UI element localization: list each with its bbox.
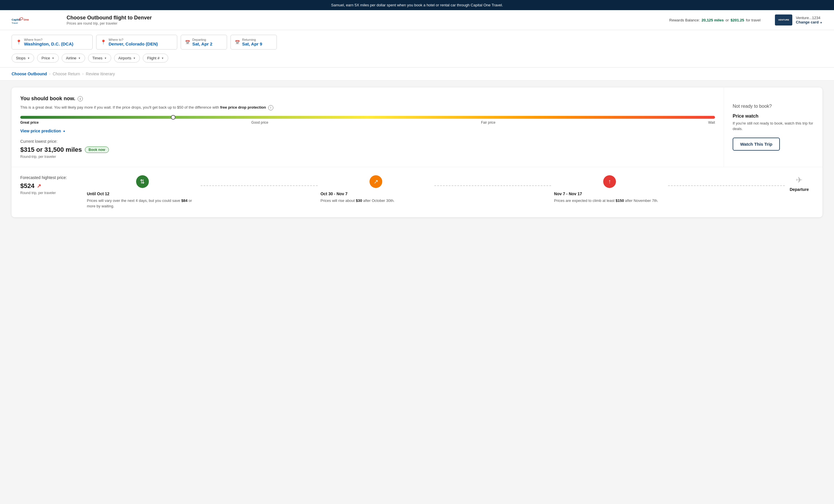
returning-label: Returning (242, 38, 262, 41)
price-watch-desc: If you're still not ready to book, watch… (733, 120, 814, 132)
timeline-desc-1: Prices will vary over the next 4 days, b… (87, 198, 198, 209)
label-fair: Fair price (481, 120, 496, 125)
header-title: Choose Outbound flight to Denver (67, 15, 661, 21)
timeline-icon-3: ↑ (603, 175, 616, 188)
timeline-content-2: Oct 30 - Nov 7 Prices will rise about $3… (318, 192, 434, 204)
not-ready-title: Not ready to book? (733, 104, 814, 109)
label-great: Great price (20, 120, 39, 125)
search-bar: 📍 Where from? Washington, D.C. (DCA) 📍 W… (0, 30, 834, 67)
timeline-icon-wrap-1: ⇅ (136, 175, 149, 188)
returning-value: Sat, Apr 9 (242, 41, 262, 46)
from-label: Where from? (24, 38, 73, 41)
top-banner: Samuel, earn 5X miles per dollar spent w… (0, 0, 834, 10)
rewards-miles: 20,125 miles (702, 18, 724, 22)
current-price-amount: $315 or 31,500 miles Book now (20, 146, 715, 154)
svg-text:One: One (23, 18, 29, 21)
label-good: Good price (251, 120, 268, 125)
forecasted-left: Forecasted hightest price: $524 ↗ Round … (20, 175, 84, 195)
timeline-desc-post-3: after November 7th. (624, 198, 659, 203)
timeline-icon-2: ↗ (370, 175, 382, 188)
current-price-sub: Round-trip, per traveler (20, 155, 715, 159)
returning-field[interactable]: 📅 Returning Sat, Apr 9 (231, 35, 277, 49)
dashed-line-2 (434, 185, 551, 186)
breadcrumb-outbound[interactable]: Choose Outbound (12, 71, 47, 76)
location-to-icon: 📍 (101, 39, 106, 45)
main-content: You should book now. i This is a great d… (0, 81, 834, 224)
card-image-inner: VENTURE (778, 19, 789, 21)
book-now-tag[interactable]: Book now (85, 147, 109, 153)
timeline-content-3: Nov 7 - Nov 17 Prices are expected to cl… (551, 192, 668, 204)
timeline-item-1: ⇅ Until Oct 12 Prices will vary over the… (84, 175, 201, 209)
price-card-right: Not ready to book? Price watch If you're… (724, 87, 822, 167)
location-from-icon: 📍 (16, 39, 22, 45)
filter-stops[interactable]: Stops (12, 53, 34, 63)
book-now-title-text: You should book now. (20, 95, 75, 102)
price-watch-title: Price watch (733, 113, 814, 119)
card-image: VENTURE (775, 15, 792, 25)
timeline-date-3: Nov 7 - Nov 17 (554, 192, 665, 196)
timeline-icon-wrap-3: ↑ (603, 175, 616, 188)
timeline-icon-wrap-2: ↗ (370, 175, 382, 188)
to-value: Denver, Colorado (DEN) (109, 41, 158, 46)
timeline-desc-pre-1: Prices will vary over the next 4 days, b… (87, 198, 181, 203)
from-field[interactable]: 📍 Where from? Washington, D.C. (DCA) (12, 35, 93, 49)
book-now-info-icon[interactable]: i (78, 96, 83, 102)
filter-flight-number[interactable]: Flight # (143, 53, 168, 63)
forecasted-section: Forecasted hightest price: $524 ↗ Round … (12, 167, 822, 217)
timeline-desc-pre-3: Prices are expected to climb at least (554, 198, 615, 203)
timeline-date-2: Oct 30 - Nov 7 (321, 192, 432, 196)
header-title-area: Choose Outbound flight to Denver Prices … (67, 15, 661, 25)
price-bar-labels: Great price Good price Fair price Wait (20, 120, 715, 125)
breadcrumb-sep1: › (49, 72, 50, 76)
current-price-section: Current lowest price: $315 or 31,500 mil… (20, 139, 715, 159)
timeline-icon-1: ⇅ (136, 175, 149, 188)
price-card-top: You should book now. i This is a great d… (12, 87, 822, 167)
price-up-arrow-icon: ↗ (37, 183, 41, 189)
forecasted-label: Forecasted hightest price: (20, 175, 78, 180)
protection-info-icon[interactable]: i (268, 105, 273, 110)
free-protection-text: free price drop protection (220, 105, 266, 109)
timeline-desc-post-2: after October 30th. (362, 198, 394, 203)
search-row: 📍 Where from? Washington, D.C. (DCA) 📍 W… (12, 35, 822, 49)
breadcrumb-review[interactable]: Review Itinerary (86, 71, 115, 76)
banner-text: Samuel, earn 5X miles per dollar spent w… (331, 3, 503, 7)
current-price-value: $315 or 31,500 miles (20, 146, 82, 154)
forecasted-sub: Round trip, per traveler (20, 191, 78, 195)
timeline-item-3: ↑ Nov 7 - Nov 17 Prices are expected to … (551, 175, 668, 204)
current-price-label: Current lowest price: (20, 139, 715, 144)
dashed-line-1 (201, 185, 317, 186)
departure-end: ✈ Departure (785, 175, 814, 192)
timeline-content-1: Until Oct 12 Prices will vary over the n… (84, 192, 201, 209)
rewards-area: Rewards Balance: 20,125 miles or $201.25… (669, 18, 761, 22)
timeline-item-2: ↗ Oct 30 - Nov 7 Prices will rise about … (318, 175, 434, 204)
to-field[interactable]: 📍 Where to? Denver, Colorado (DEN) (96, 35, 177, 49)
rewards-label-pre: Rewards Balance: (669, 18, 700, 22)
book-now-desc-text: This is a great deal. You will likely pa… (20, 105, 219, 109)
timeline-highlight-1: $84 (181, 198, 188, 203)
departure-plane-icon: ✈ (796, 175, 803, 185)
rewards-or: or (725, 18, 729, 22)
dashed-line-3 (668, 185, 785, 186)
card-name: Venture...1234 (796, 16, 822, 20)
label-wait: Wait (708, 120, 715, 125)
breadcrumb-sep2: › (82, 72, 83, 76)
view-price-prediction[interactable]: View price prediction (20, 129, 715, 133)
breadcrumb-return[interactable]: Choose Return (53, 71, 80, 76)
returning-content: Returning Sat, Apr 9 (242, 38, 262, 46)
departing-field[interactable]: 📅 Departing Sat, Apr 2 (181, 35, 227, 49)
rewards-label-post: for travel (746, 18, 761, 22)
timeline-desc-2: Prices will rise about $30 after October… (321, 198, 432, 204)
price-card: You should book now. i This is a great d… (12, 87, 822, 217)
filter-airline[interactable]: Airline (62, 53, 85, 63)
timeline-highlight-2: $30 (356, 198, 362, 203)
svg-text:Travel: Travel (12, 22, 18, 24)
filter-price[interactable]: Price (37, 53, 59, 63)
timeline: ⇅ Until Oct 12 Prices will vary over the… (84, 175, 814, 209)
filter-times[interactable]: Times (88, 53, 111, 63)
price-card-left: You should book now. i This is a great d… (12, 87, 724, 167)
change-card-button[interactable]: Change card (796, 20, 822, 24)
card-area: VENTURE Venture...1234 Change card (775, 15, 822, 25)
filter-airports[interactable]: Airports (114, 53, 140, 63)
watch-trip-button[interactable]: Watch This Trip (733, 137, 780, 151)
header: Capital One Travel Choose Outbound fligh… (0, 10, 834, 30)
